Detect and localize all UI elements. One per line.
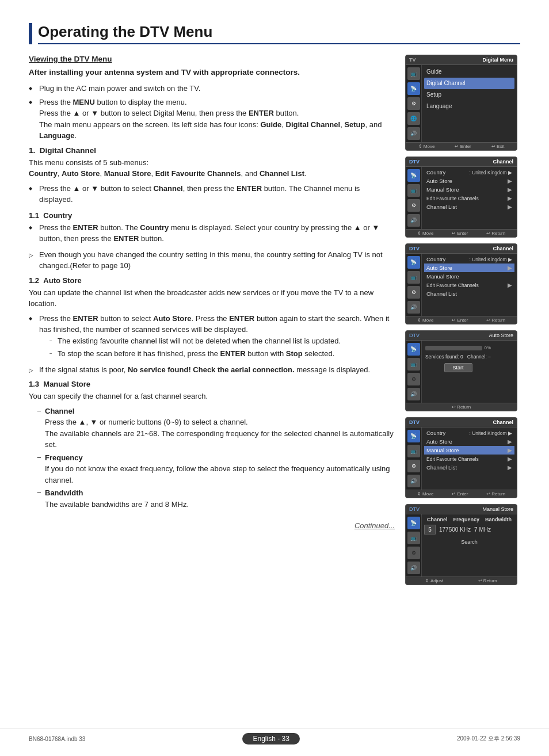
progress-bar [425, 346, 482, 350]
section-1-bullets: Press the ▲ or ▼ button to select Channe… [29, 183, 395, 205]
auto-store-row-3: Auto Store▶ [424, 437, 514, 446]
bullet-item: Press the ENTER button to select Auto St… [29, 313, 395, 360]
footer-enter: ↵ Enter [452, 231, 468, 236]
ch3-icon-3: ⚙ [407, 460, 420, 472]
channel-menu-1-body: 📡 📺 ⚙ 🔊 Country: United Kingdom ▶ Auto S… [406, 167, 517, 229]
tv-digital-menu-box: TV Digital Menu 📺 📡 ⚙ 🌐 🔊 Guide Digital … [405, 55, 517, 151]
dash-item: To stop the scan before it has finished,… [49, 348, 395, 360]
channel-icon-sidebar-3: 📡 📺 ⚙ 🔊 [406, 427, 422, 490]
page-title: Operating the DTV Menu [38, 23, 520, 44]
channel-icon-1: 📡 [407, 169, 420, 182]
footer-return: ↩ Return [486, 491, 505, 497]
manual-store-icon-sidebar: 📡 📺 ⚙ 🔊 [406, 514, 422, 576]
note-item: If the signal status is poor, No service… [29, 364, 395, 376]
footer-exit: ↩ Exit [491, 144, 505, 149]
tv-menu-header: TV Digital Menu [406, 55, 517, 65]
tv-menu-main: Guide Digital Channel Setup Language [422, 65, 517, 142]
country-row-2: Country: United Kingdom ▶ [424, 255, 514, 264]
sub-1-1-bullets: Press the ENTER button. The Country menu… [29, 222, 395, 245]
channel-list-row-3: Channel List▶ [424, 463, 514, 472]
channel-menu-1-box: DTV Channel 📡 📺 ⚙ 🔊 Country: United King… [405, 156, 517, 238]
dtv-label-ms: DTV [409, 506, 420, 512]
footer-move: ⇕ Move [418, 144, 435, 149]
edit-fav-row-3: Edit Favourite Channels▶ [424, 455, 514, 463]
right-content: TV Digital Menu 📺 📡 ⚙ 🌐 🔊 Guide Digital … [405, 55, 520, 585]
channel-menu-3-body: 📡 📺 ⚙ 🔊 Country: United Kingdom ▶ Auto S… [406, 427, 517, 490]
footer-enter: ↵ Enter [455, 144, 471, 149]
sub-section-1-1-title: 1.1 Country [29, 211, 395, 220]
channel-list-row-2: Channel List [424, 289, 514, 298]
auto-store-layout: 📡 📺 ⚙ 🔊 0% Services found [406, 341, 517, 403]
footer-enter: ↵ Enter [452, 491, 468, 497]
auto-store-title: Auto Store [489, 333, 513, 338]
manual-store-box: DTV Manual Store 📡 📺 ⚙ 🔊 Channel Frequen… [405, 504, 517, 585]
channel-menu-2-box: DTV Channel 📡 📺 ⚙ 🔊 Country: United King… [405, 243, 517, 324]
manual-store-content: Channel Frequency Bandwidth 5 177500 KHz… [422, 514, 517, 576]
sub-1-2-desc: You can update the channel list when the… [29, 287, 395, 310]
menu-item-guide: Guide [424, 66, 514, 78]
as-icon-4: 🔊 [407, 388, 420, 400]
channel-icon-a2: 📺 [407, 271, 420, 284]
progress-row: 0% [425, 345, 491, 350]
manual-store-row-3: Manual Store▶ [424, 446, 514, 455]
channel-icon-3: ⚙ [407, 199, 420, 212]
channel-menu-2-footer: ⇕ Move ↵ Enter ↩ Return [406, 316, 517, 324]
section-1: 1. Digital Channel This menu consists of… [29, 146, 395, 205]
dash-list: The existing favourite channel list will… [49, 335, 395, 360]
channel-menu-3-main: Country: United Kingdom ▶ Auto Store▶ Ma… [422, 427, 517, 490]
channel-label-1: Channel [493, 159, 513, 165]
sub-1-1-notes: Even though you have changed the country… [29, 249, 395, 272]
manual-store-header: DTV Manual Store [406, 505, 517, 514]
bullet-item: Press the ENTER button. The Country menu… [29, 222, 395, 245]
channel-menu-3-footer: ⇕ Move ↵ Enter ↩ Return [406, 490, 517, 498]
manual-store-vals: 5 177500 KHz 7 MHz [422, 524, 517, 538]
language-icon: 🌐 [407, 112, 420, 125]
dash-item: Channel Press the ▲, ▼ or numeric button… [37, 406, 395, 450]
manual-store-options: Channel Press the ▲, ▼ or numeric button… [37, 406, 395, 510]
manual-store-title: Manual Store [482, 506, 513, 512]
manual-store-layout: 📡 📺 ⚙ 🔊 Channel Frequency Bandwidth 5 [406, 514, 517, 576]
tv-menu-footer: ⇕ Move ↵ Enter ↩ Exit [406, 142, 517, 150]
continued-label: Continued... [29, 521, 395, 530]
channel-icon-a1: 📡 [407, 256, 420, 269]
tv-icon-sidebar: 📺 📡 ⚙ 🌐 🔊 [406, 65, 422, 142]
dash-item: Bandwidth The available bandwidths are 7… [37, 487, 395, 510]
dash-item: The existing favourite channel list will… [49, 335, 395, 347]
footer-enter: ↵ Enter [452, 318, 468, 323]
as-icon-1: 📡 [407, 343, 420, 356]
section-1-desc: This menu consists of 5 sub-menus: Count… [29, 157, 395, 180]
bullet-item: Press the MENU button to display the men… [29, 97, 395, 142]
channel-icon-4: 🔊 [407, 214, 420, 227]
manual-store-cols: Channel Frequency Bandwidth [422, 514, 517, 524]
channel-menu-2-body: 📡 📺 ⚙ 🔊 Country: United Kingdom ▶ Auto S… [406, 254, 517, 316]
start-button[interactable]: Start [444, 363, 472, 372]
extra-icon: 🔊 [407, 127, 420, 140]
sub-section-1-2-title: 1.2 Auto Store [29, 276, 395, 285]
ch3-icon-1: 📡 [407, 430, 420, 442]
as-icon-2: 📺 [407, 358, 420, 371]
dtv-label-3: DTV [409, 419, 420, 425]
manual-store-row-2: Manual Store [424, 272, 514, 281]
edit-fav-row-2: Edit Favourite Channels▶ [424, 281, 514, 289]
channel-value: 5 [424, 525, 436, 534]
channel-icon-sidebar-1: 📡 📺 ⚙ 🔊 [406, 167, 422, 229]
sub-section-1-3: 1.3 Manual Store You can specify the cha… [29, 380, 395, 510]
ch3-icon-2: 📺 [407, 445, 420, 457]
channel-menu-2-header: DTV Channel [406, 244, 517, 254]
content-layout: Viewing the DTV Menu After installing yo… [29, 55, 520, 585]
menu-item-setup: Setup [424, 89, 514, 101]
sub-1-2-bullets: Press the ENTER button to select Auto St… [29, 313, 395, 360]
auto-store-footer: ↩ Return [406, 403, 517, 411]
page-footer: BN68-01768A.indb 33 English - 33 2009-01… [0, 728, 549, 744]
page-number: English - 33 [242, 733, 299, 744]
ms-icon-1: 📡 [407, 517, 420, 529]
digital-menu-label: Digital Menu [483, 57, 514, 63]
bullet-item: Press the ▲ or ▼ button to select Channe… [29, 183, 395, 205]
dash-item: Frequency If you do not know the exact f… [37, 452, 395, 486]
channel-menu-2-main: Country: United Kingdom ▶ Auto Store▶ Ma… [422, 254, 517, 316]
channel-label-2: Channel [493, 246, 513, 251]
auto-store-body: 0% Services found: 0 Channel: − Start [422, 341, 494, 403]
auto-store-row-2: Auto Store▶ [424, 264, 514, 272]
footer-return: ↩ Return [486, 318, 505, 323]
footer-move: ⇕ Move [417, 231, 434, 236]
